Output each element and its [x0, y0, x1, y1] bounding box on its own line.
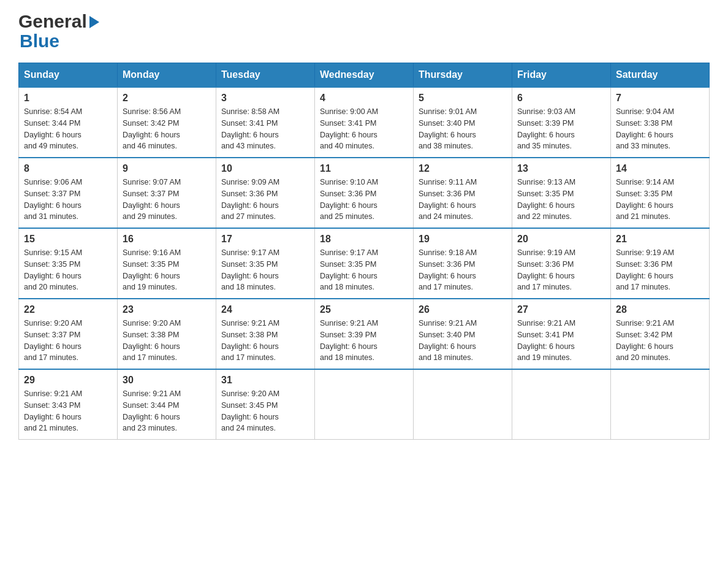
calendar-header-row: SundayMondayTuesdayWednesdayThursdayFrid… — [19, 63, 710, 88]
day-number: 29 — [24, 375, 112, 386]
day-info: Sunrise: 9:11 AM Sunset: 3:36 PM Dayligh… — [419, 177, 507, 223]
day-number: 4 — [320, 93, 408, 104]
day-info: Sunrise: 9:20 AM Sunset: 3:37 PM Dayligh… — [24, 318, 112, 364]
calendar-cell: 27 Sunrise: 9:21 AM Sunset: 3:41 PM Dayl… — [512, 299, 611, 369]
calendar-cell: 22 Sunrise: 9:20 AM Sunset: 3:37 PM Dayl… — [19, 299, 118, 369]
week-row: 1 Sunrise: 8:54 AM Sunset: 3:44 PM Dayli… — [19, 87, 710, 158]
calendar-cell: 16 Sunrise: 9:16 AM Sunset: 3:35 PM Dayl… — [118, 228, 216, 299]
day-info: Sunrise: 9:17 AM Sunset: 3:35 PM Dayligh… — [221, 247, 309, 293]
day-number: 10 — [221, 163, 309, 174]
calendar-cell: 9 Sunrise: 9:07 AM Sunset: 3:37 PM Dayli… — [118, 158, 216, 228]
calendar-cell: 31 Sunrise: 9:20 AM Sunset: 3:45 PM Dayl… — [216, 369, 315, 440]
weekday-header: Thursday — [414, 63, 512, 88]
day-number: 17 — [221, 234, 309, 245]
day-number: 5 — [419, 93, 507, 104]
weekday-header: Tuesday — [216, 63, 315, 88]
calendar-cell: 7 Sunrise: 9:04 AM Sunset: 3:38 PM Dayli… — [611, 87, 710, 158]
day-number: 1 — [24, 93, 112, 104]
day-info: Sunrise: 9:20 AM Sunset: 3:45 PM Dayligh… — [221, 388, 309, 434]
day-info: Sunrise: 9:19 AM Sunset: 3:36 PM Dayligh… — [616, 247, 704, 293]
calendar-cell: 11 Sunrise: 9:10 AM Sunset: 3:36 PM Dayl… — [315, 158, 414, 228]
calendar-cell: 26 Sunrise: 9:21 AM Sunset: 3:40 PM Dayl… — [414, 299, 512, 369]
calendar-cell: 17 Sunrise: 9:17 AM Sunset: 3:35 PM Dayl… — [216, 228, 315, 299]
logo-blue-text: Blue — [20, 32, 59, 50]
day-info: Sunrise: 9:04 AM Sunset: 3:38 PM Dayligh… — [616, 106, 704, 152]
calendar-cell — [512, 369, 611, 440]
week-row: 22 Sunrise: 9:20 AM Sunset: 3:37 PM Dayl… — [19, 299, 710, 369]
day-info: Sunrise: 9:21 AM Sunset: 3:41 PM Dayligh… — [517, 318, 605, 364]
logo-arrow-icon — [89, 16, 99, 28]
day-info: Sunrise: 9:06 AM Sunset: 3:37 PM Dayligh… — [24, 177, 112, 223]
calendar-cell: 6 Sunrise: 9:03 AM Sunset: 3:39 PM Dayli… — [512, 87, 611, 158]
calendar-cell: 28 Sunrise: 9:21 AM Sunset: 3:42 PM Dayl… — [611, 299, 710, 369]
calendar-cell: 4 Sunrise: 9:00 AM Sunset: 3:41 PM Dayli… — [315, 87, 414, 158]
day-number: 13 — [517, 163, 605, 174]
weekday-header: Saturday — [611, 63, 710, 88]
day-info: Sunrise: 9:14 AM Sunset: 3:35 PM Dayligh… — [616, 177, 704, 223]
calendar-cell: 14 Sunrise: 9:14 AM Sunset: 3:35 PM Dayl… — [611, 158, 710, 228]
day-info: Sunrise: 9:00 AM Sunset: 3:41 PM Dayligh… — [320, 106, 408, 152]
day-number: 26 — [419, 304, 507, 315]
day-number: 15 — [24, 234, 112, 245]
day-number: 18 — [320, 234, 408, 245]
calendar-cell: 1 Sunrise: 8:54 AM Sunset: 3:44 PM Dayli… — [19, 87, 118, 158]
calendar-cell — [315, 369, 414, 440]
calendar-cell: 2 Sunrise: 8:56 AM Sunset: 3:42 PM Dayli… — [118, 87, 216, 158]
day-number: 20 — [517, 234, 605, 245]
day-number: 19 — [419, 234, 507, 245]
day-number: 16 — [123, 234, 211, 245]
day-number: 11 — [320, 163, 408, 174]
day-info: Sunrise: 9:13 AM Sunset: 3:35 PM Dayligh… — [517, 177, 605, 223]
day-info: Sunrise: 9:17 AM Sunset: 3:35 PM Dayligh… — [320, 247, 408, 293]
day-number: 8 — [24, 163, 112, 174]
weekday-header: Sunday — [19, 63, 118, 88]
calendar-cell: 30 Sunrise: 9:21 AM Sunset: 3:44 PM Dayl… — [118, 369, 216, 440]
day-number: 25 — [320, 304, 408, 315]
day-info: Sunrise: 9:15 AM Sunset: 3:35 PM Dayligh… — [24, 247, 112, 293]
calendar-cell: 29 Sunrise: 9:21 AM Sunset: 3:43 PM Dayl… — [19, 369, 118, 440]
calendar-cell — [414, 369, 512, 440]
day-number: 9 — [123, 163, 211, 174]
calendar-cell: 21 Sunrise: 9:19 AM Sunset: 3:36 PM Dayl… — [611, 228, 710, 299]
day-number: 6 — [517, 93, 605, 104]
calendar-cell: 13 Sunrise: 9:13 AM Sunset: 3:35 PM Dayl… — [512, 158, 611, 228]
week-row: 15 Sunrise: 9:15 AM Sunset: 3:35 PM Dayl… — [19, 228, 710, 299]
calendar-cell: 23 Sunrise: 9:20 AM Sunset: 3:38 PM Dayl… — [118, 299, 216, 369]
calendar-cell: 8 Sunrise: 9:06 AM Sunset: 3:37 PM Dayli… — [19, 158, 118, 228]
day-info: Sunrise: 9:21 AM Sunset: 3:38 PM Dayligh… — [221, 318, 309, 364]
logo-general-text: General — [18, 12, 87, 31]
day-number: 28 — [616, 304, 704, 315]
day-info: Sunrise: 9:03 AM Sunset: 3:39 PM Dayligh… — [517, 106, 605, 152]
day-number: 30 — [123, 375, 211, 386]
day-info: Sunrise: 9:10 AM Sunset: 3:36 PM Dayligh… — [320, 177, 408, 223]
day-number: 3 — [221, 93, 309, 104]
day-info: Sunrise: 9:09 AM Sunset: 3:36 PM Dayligh… — [221, 177, 309, 223]
day-info: Sunrise: 9:20 AM Sunset: 3:38 PM Dayligh… — [123, 318, 211, 364]
page-header: General Blue — [18, 12, 710, 50]
day-number: 12 — [419, 163, 507, 174]
calendar-cell: 25 Sunrise: 9:21 AM Sunset: 3:39 PM Dayl… — [315, 299, 414, 369]
day-info: Sunrise: 8:58 AM Sunset: 3:41 PM Dayligh… — [221, 106, 309, 152]
day-info: Sunrise: 9:01 AM Sunset: 3:40 PM Dayligh… — [419, 106, 507, 152]
day-info: Sunrise: 9:16 AM Sunset: 3:35 PM Dayligh… — [123, 247, 211, 293]
weekday-header: Friday — [512, 63, 611, 88]
day-info: Sunrise: 9:19 AM Sunset: 3:36 PM Dayligh… — [517, 247, 605, 293]
day-number: 23 — [123, 304, 211, 315]
week-row: 29 Sunrise: 9:21 AM Sunset: 3:43 PM Dayl… — [19, 369, 710, 440]
day-number: 7 — [616, 93, 704, 104]
day-info: Sunrise: 9:21 AM Sunset: 3:42 PM Dayligh… — [616, 318, 704, 364]
logo: General Blue — [18, 12, 99, 50]
calendar-cell: 20 Sunrise: 9:19 AM Sunset: 3:36 PM Dayl… — [512, 228, 611, 299]
day-number: 22 — [24, 304, 112, 315]
day-info: Sunrise: 9:18 AM Sunset: 3:36 PM Dayligh… — [419, 247, 507, 293]
weekday-header: Monday — [118, 63, 216, 88]
calendar-table: SundayMondayTuesdayWednesdayThursdayFrid… — [18, 63, 710, 440]
calendar-cell: 10 Sunrise: 9:09 AM Sunset: 3:36 PM Dayl… — [216, 158, 315, 228]
day-number: 21 — [616, 234, 704, 245]
calendar-cell: 3 Sunrise: 8:58 AM Sunset: 3:41 PM Dayli… — [216, 87, 315, 158]
day-info: Sunrise: 9:21 AM Sunset: 3:44 PM Dayligh… — [123, 388, 211, 434]
calendar-cell: 24 Sunrise: 9:21 AM Sunset: 3:38 PM Dayl… — [216, 299, 315, 369]
day-number: 31 — [221, 375, 309, 386]
calendar-cell: 12 Sunrise: 9:11 AM Sunset: 3:36 PM Dayl… — [414, 158, 512, 228]
day-info: Sunrise: 8:56 AM Sunset: 3:42 PM Dayligh… — [123, 106, 211, 152]
